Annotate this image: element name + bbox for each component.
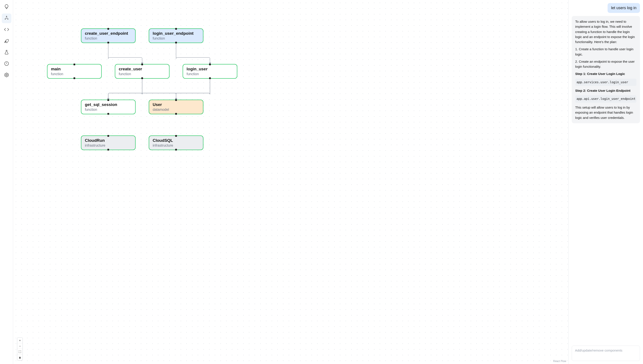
flow-canvas[interactable]: create_user_endpointfunctionlogin_user_e…	[13, 0, 569, 364]
node-title: CloudSQL	[153, 138, 199, 143]
rail-graph[interactable]	[2, 14, 11, 23]
plan-item-2: 2. Create an endpoint to expose the user…	[575, 59, 636, 69]
handle-top[interactable]	[141, 64, 143, 65]
node-title: create_user	[119, 67, 166, 72]
handle-top[interactable]	[175, 99, 177, 101]
flask-icon	[4, 50, 9, 56]
node-subtitle: function	[51, 72, 98, 76]
fit-view-button[interactable]	[17, 349, 23, 354]
step-2-code: app.api.user.login_user_endpoint	[575, 95, 636, 103]
step-2-title: Step 2: Create User Login Endpoint	[575, 88, 636, 93]
handle-bottom[interactable]	[107, 42, 109, 44]
code-icon	[4, 27, 9, 33]
assistant-intro: To allow users to log in, we need to imp…	[575, 19, 636, 44]
handle-bottom[interactable]	[209, 77, 211, 79]
handle-top[interactable]	[74, 64, 75, 65]
handle-top[interactable]	[175, 28, 177, 30]
node-login_user_endpoint[interactable]: login_user_endpointfunction	[149, 28, 203, 43]
rail-issues[interactable]	[2, 59, 11, 68]
node-subtitle: infrastructure	[153, 144, 199, 148]
node-CloudRun[interactable]: CloudRuninfrastructure	[81, 136, 136, 150]
rail-idea[interactable]	[2, 2, 11, 12]
rail-deploy[interactable]	[2, 36, 11, 46]
chat-input-wrap	[572, 346, 640, 361]
zoom-controls: + −	[17, 337, 23, 360]
step-1-code: app.services.user.login_user	[575, 79, 636, 86]
handle-bottom[interactable]	[141, 77, 143, 79]
handle-top[interactable]	[107, 99, 109, 101]
node-login_user[interactable]: login_userfunction	[183, 64, 237, 79]
svg-rect-6	[19, 357, 21, 358]
node-subtitle: function	[119, 72, 166, 76]
node-subtitle: function	[187, 72, 233, 76]
node-title: login_user	[187, 67, 233, 72]
node-create_user_endpoint[interactable]: create_user_endpointfunction	[81, 28, 136, 43]
icon-rail	[0, 0, 13, 364]
node-CloudSQL[interactable]: CloudSQLinfrastructure	[149, 136, 203, 150]
lightbulb-icon	[4, 4, 9, 10]
node-title: create_user_endpoint	[85, 31, 132, 36]
nodes-layer: create_user_endpointfunctionlogin_user_e…	[13, 0, 568, 364]
handle-bottom[interactable]	[107, 149, 109, 150]
user-message-text: let users log in	[611, 6, 636, 10]
handle-bottom[interactable]	[74, 77, 75, 79]
step-1-title: Step 1: Create User Login Logic	[575, 71, 636, 76]
rail-test[interactable]	[2, 48, 11, 57]
node-title: main	[51, 67, 98, 72]
chat-panel: let users log in To allow users to log i…	[569, 0, 643, 364]
lock-button[interactable]	[17, 354, 23, 360]
gear-icon	[4, 72, 9, 78]
node-subtitle: function	[85, 108, 132, 112]
svg-point-5	[6, 74, 7, 76]
attribution: React Flow	[553, 360, 566, 363]
node-main[interactable]: mainfunction	[47, 64, 102, 79]
assistant-outro: This setup will allow users to log in by…	[575, 105, 636, 120]
svg-point-0	[6, 18, 7, 18]
node-create_user[interactable]: create_userfunction	[115, 64, 169, 79]
handle-top[interactable]	[107, 28, 109, 30]
handle-bottom[interactable]	[107, 113, 109, 115]
node-title: CloudRun	[85, 138, 132, 143]
rail-settings[interactable]	[2, 70, 11, 80]
node-subtitle: function	[85, 36, 132, 40]
node-title: get_sql_session	[85, 102, 132, 107]
handle-bottom[interactable]	[175, 113, 177, 115]
zoom-in-button[interactable]: +	[17, 338, 23, 343]
handle-bottom[interactable]	[175, 149, 177, 150]
zoom-out-button[interactable]: −	[17, 343, 23, 349]
handle-bottom[interactable]	[175, 42, 177, 44]
app-root: create_user_endpointfunctionlogin_user_e…	[0, 0, 643, 364]
chat-scroll: let users log in To allow users to log i…	[572, 3, 640, 342]
node-User[interactable]: Userdatamodel	[149, 100, 203, 114]
assistant-message-bubble: To allow users to log in, we need to imp…	[572, 16, 640, 123]
user-message-bubble: let users log in	[607, 3, 640, 13]
handle-top[interactable]	[175, 135, 177, 137]
chat-input[interactable]	[574, 348, 637, 358]
alert-circle-icon	[4, 61, 9, 67]
handle-top[interactable]	[209, 64, 211, 65]
handle-top[interactable]	[107, 135, 109, 137]
rocket-icon	[4, 38, 9, 44]
node-get_sql_session[interactable]: get_sql_sessionfunction	[81, 100, 136, 114]
node-subtitle: function	[153, 36, 199, 40]
node-title: login_user_endpoint	[153, 31, 199, 36]
graph-icon	[4, 16, 9, 22]
node-subtitle: infrastructure	[85, 144, 132, 148]
plan-item-1: 1. Create a function to handle user logi…	[575, 46, 636, 57]
rail-code[interactable]	[2, 25, 11, 34]
node-subtitle: datamodel	[153, 108, 199, 112]
node-title: User	[153, 102, 199, 107]
